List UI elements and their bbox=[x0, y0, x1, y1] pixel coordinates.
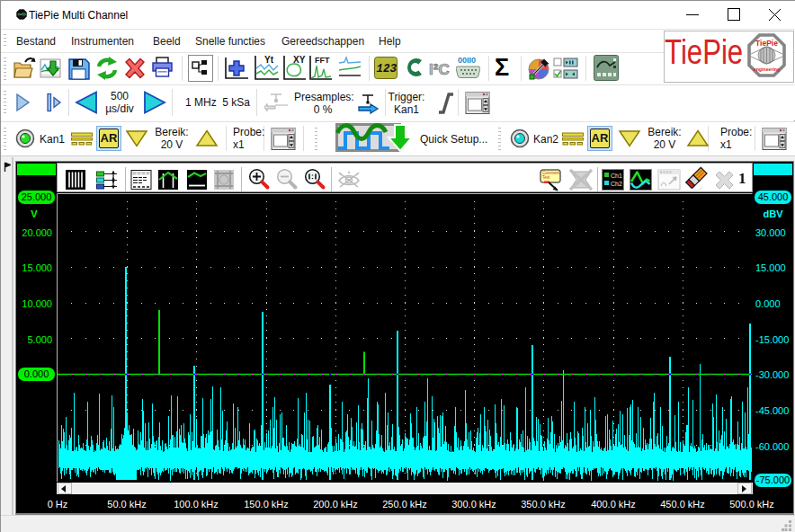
svg-text:Yt: Yt bbox=[264, 55, 274, 65]
svg-text:00II0: 00II0 bbox=[458, 56, 476, 65]
svg-text:Ch2: Ch2 bbox=[611, 181, 622, 187]
svg-text:Text: Text bbox=[542, 175, 550, 180]
svg-text:engineering: engineering bbox=[754, 66, 780, 72]
svg-text:FFT: FFT bbox=[315, 56, 330, 65]
svg-text:I²C: I²C bbox=[429, 61, 450, 78]
svg-text:Ch1: Ch1 bbox=[611, 173, 622, 179]
svg-text:123: 123 bbox=[377, 63, 398, 75]
svg-text:TiePie: TiePie bbox=[755, 39, 778, 48]
